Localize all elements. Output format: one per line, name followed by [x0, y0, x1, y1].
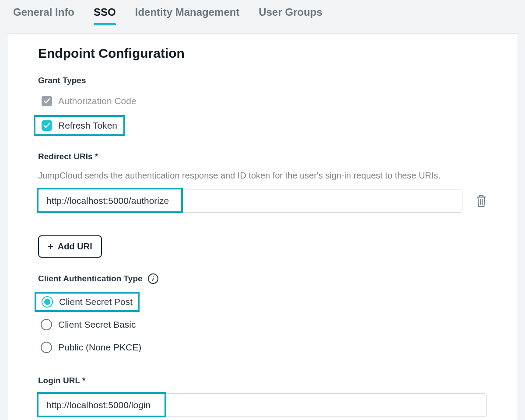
login-url-input-wrap — [38, 393, 487, 417]
grant-type-authorization-code: Authorization Code — [38, 93, 487, 109]
grant-types-label: Grant Types — [38, 76, 487, 85]
check-icon — [43, 98, 50, 105]
client-auth-label-text: Client Authentication Type — [38, 274, 143, 284]
grant-type-label: Refresh Token — [58, 120, 117, 131]
radio-public-none-pkce[interactable]: Public (None PKCE) — [38, 340, 487, 355]
redirect-uri-row — [38, 189, 487, 213]
grant-type-label: Authorization Code — [58, 96, 136, 106]
section-title: Endpoint Configuration — [38, 46, 487, 61]
radio-input[interactable] — [41, 342, 52, 353]
add-uri-label: Add URI — [58, 242, 92, 252]
trash-icon — [476, 194, 487, 207]
info-icon[interactable]: i — [148, 273, 158, 284]
radio-label: Client Secret Basic — [58, 319, 136, 330]
login-url-input[interactable] — [38, 393, 487, 417]
tab-identity-management[interactable]: Identity Management — [135, 6, 240, 24]
login-url-label: Login URL * — [38, 376, 487, 385]
radio-input[interactable] — [42, 296, 53, 308]
config-panel: Endpoint Configuration Grant Types Autho… — [7, 33, 518, 420]
redirect-uris-block: Redirect URIs * JumpCloud sends the auth… — [38, 152, 487, 258]
checkbox-refresh-token[interactable] — [42, 120, 52, 131]
radio-client-secret-basic[interactable]: Client Secret Basic — [38, 317, 487, 332]
tab-general-info[interactable]: General Info — [13, 6, 74, 24]
delete-uri-button[interactable] — [476, 194, 487, 207]
checkbox-authorization-code — [42, 96, 52, 106]
highlight-refresh-token: Refresh Token — [34, 115, 125, 136]
client-auth-label: Client Authentication Type i — [38, 273, 487, 284]
redirect-uris-hint: JumpCloud sends the authentication respo… — [38, 169, 487, 182]
login-url-block: Login URL * Enter the URL users need to … — [38, 376, 487, 420]
grant-types-block: Grant Types Authorization Code Refresh T… — [38, 76, 487, 136]
radio-input[interactable] — [41, 319, 52, 330]
radio-label: Public (None PKCE) — [58, 342, 141, 353]
radio-label: Client Secret Post — [59, 297, 133, 307]
client-auth-block: Client Authentication Type i Client Secr… — [38, 273, 487, 355]
check-icon — [43, 122, 50, 129]
grant-type-refresh-token[interactable]: Refresh Token — [38, 118, 121, 133]
tab-sso[interactable]: SSO — [94, 6, 116, 24]
plus-icon: + — [48, 242, 53, 252]
highlight-client-secret-post: Client Secret Post — [35, 292, 140, 312]
radio-client-secret-post[interactable]: Client Secret Post — [39, 294, 135, 309]
tabs-bar: General Info SSO Identity Management Use… — [0, 0, 525, 24]
tab-user-groups[interactable]: User Groups — [259, 6, 322, 24]
add-uri-button[interactable]: + Add URI — [38, 235, 102, 258]
redirect-uri-input-wrap — [38, 189, 462, 213]
redirect-uri-input[interactable] — [38, 189, 462, 213]
redirect-uris-label: Redirect URIs * — [38, 152, 487, 161]
